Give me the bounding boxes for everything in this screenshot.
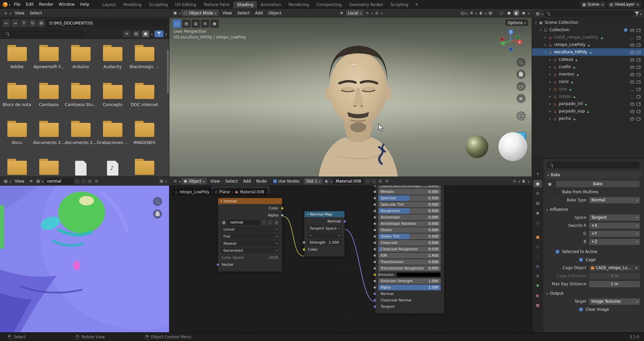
shader-input-row[interactable]: Clearcoat Normal [378, 297, 441, 303]
disable-in-renders-camera-icon[interactable] [636, 72, 641, 77]
pin-icon[interactable] [94, 178, 100, 184]
hamburger-menu-icon[interactable] [28, 178, 34, 184]
shading-settings-chevron-icon[interactable] [528, 11, 529, 15]
directory-path-field[interactable]: D:\MIS_DOCUMENTOS\ [46, 19, 167, 27]
emission-color-swatch[interactable] [397, 273, 441, 277]
workspace-tab[interactable]: Geometry Nodes [345, 1, 387, 9]
folder-item[interactable]: Apowersoft F... [33, 47, 65, 85]
back-button[interactable] [3, 19, 10, 27]
swizzle-b-dropdown[interactable]: +Z [589, 239, 640, 245]
zoom-icon[interactable] [153, 197, 162, 206]
expand-arrow-icon[interactable]: ▸ [547, 65, 552, 68]
colorspace-value[interactable]: sRGB [269, 255, 278, 260]
new-material-icon[interactable] [371, 179, 377, 184]
world-globe-icon[interactable] [517, 111, 526, 120]
workspace-tab[interactable]: Layout [99, 1, 120, 9]
vector-input-socket[interactable] [216, 263, 219, 266]
browse-image-icon[interactable] [221, 220, 226, 225]
outliner-row[interactable]: ▸ cabeza [532, 56, 644, 63]
orthographic-grid-icon[interactable] [517, 94, 526, 103]
browse-material-icon[interactable]: ◐ [324, 178, 330, 184]
properties-tab[interactable] [533, 243, 542, 250]
image-name-field[interactable]: normal [227, 220, 260, 225]
proportional-editing-icon[interactable] [374, 10, 380, 16]
hide-in-viewport-eye-icon[interactable] [630, 57, 635, 62]
shader-input-row[interactable]: Sheen 0.000 [378, 227, 441, 233]
forward-button[interactable] [11, 19, 19, 27]
remove-viewlayer-icon[interactable] [636, 3, 639, 6]
outliner-item-name[interactable]: CAGE_retopo_LowPoly [554, 35, 599, 40]
outliner-filter-icon[interactable] [635, 12, 639, 15]
hide-in-viewport-eye-icon[interactable] [630, 94, 635, 99]
shader-input-row[interactable]: Emission [378, 272, 441, 278]
expand-arrow-icon[interactable]: ▸ [547, 117, 552, 120]
input-socket[interactable] [373, 299, 376, 302]
folder-item[interactable]: Grabaciones ... [97, 123, 128, 161]
navigation-gizmo[interactable]: Z X [498, 28, 523, 53]
input-socket[interactable] [373, 235, 376, 238]
toggle-xray-icon[interactable]: ▥ [487, 10, 493, 16]
normal-output-socket[interactable] [343, 220, 346, 223]
max-ray-distance-field[interactable]: 1 m [589, 281, 640, 287]
show-object-types-icon[interactable] [460, 11, 465, 15]
collapse-node-icon[interactable]: ▾ [307, 213, 308, 216]
cage-object-field[interactable]: CAGE_retopo_Lo... [589, 265, 640, 271]
hide-in-viewport-eye-icon[interactable] [630, 116, 635, 121]
bake-type-dropdown[interactable]: Normal [589, 197, 640, 203]
disable-in-renders-camera-icon[interactable] [636, 43, 641, 47]
input-socket[interactable] [373, 241, 376, 244]
measure-tool-button[interactable]: ▦ [210, 19, 219, 28]
zoom-icon[interactable] [517, 58, 526, 67]
disable-in-renders-camera-icon[interactable] [636, 116, 641, 121]
expand-arrow-icon[interactable]: ▸ [547, 88, 552, 91]
properties-search-input[interactable] [547, 161, 640, 168]
shader-input-row[interactable]: Tangent [378, 304, 441, 309]
workspace-tab[interactable]: Scripting [387, 1, 412, 9]
hide-in-viewport-eye-icon[interactable] [630, 87, 635, 91]
pin-icon[interactable] [384, 178, 390, 184]
outliner-item-name[interactable]: ojos [559, 87, 567, 91]
image-editor-icon[interactable] [3, 178, 9, 184]
folder-item[interactable]: Camtasia Stu... [65, 85, 97, 123]
wireframe-shading-button[interactable]: ○ [498, 10, 505, 16]
input-socket[interactable] [373, 286, 376, 289]
hide-in-viewport-eye-icon[interactable] [630, 43, 635, 47]
file-item[interactable] [1, 161, 33, 177]
shader-input-row[interactable]: Anisotropic Rotation 0.000 [378, 221, 441, 227]
mode-dropdown[interactable]: ▢ Object Mode [181, 10, 219, 16]
outliner-item-name[interactable]: retopo_LowPoly [554, 42, 585, 47]
file-search-input[interactable] [3, 30, 85, 37]
input-socket[interactable] [373, 280, 376, 283]
unlink-image-icon[interactable] [87, 179, 93, 184]
space-dropdown[interactable]: Tangent [589, 214, 640, 221]
input-socket[interactable] [373, 260, 376, 263]
unlink-material-icon[interactable] [378, 179, 383, 184]
vertical-list-display-button[interactable] [123, 31, 130, 37]
folder-item[interactable]: DOC internet [128, 85, 160, 123]
input-socket[interactable] [373, 305, 376, 308]
file-item[interactable] [128, 161, 160, 177]
properties-tab[interactable] [533, 253, 542, 260]
collapse-node-icon[interactable]: ▾ [221, 200, 222, 203]
horizontal-list-display-button[interactable] [132, 31, 140, 37]
add-workspace-button[interactable]: + [413, 1, 421, 8]
expand-arrow-icon[interactable]: ▸ [543, 36, 548, 39]
thumbnail-display-button[interactable] [142, 31, 149, 37]
shader-editor-menu[interactable]: Add [240, 178, 254, 185]
snap-magnet-icon[interactable] [512, 178, 518, 184]
folder-item[interactable]: Adobe [1, 47, 33, 85]
hide-in-viewport-eye-icon[interactable] [630, 72, 635, 77]
expand-arrow-icon[interactable]: ▸ [543, 43, 548, 46]
file-item[interactable] [33, 161, 65, 177]
scene-selector[interactable]: Scene [580, 1, 606, 8]
3d-viewport[interactable]: ▢ Object Mode ViewSelectAddObject Local … [169, 9, 532, 177]
properties-tab[interactable] [533, 170, 542, 178]
color-output-socket[interactable] [281, 207, 284, 210]
input-socket[interactable] [373, 229, 376, 232]
properties-tab[interactable] [533, 180, 542, 187]
normal-map-node[interactable]: ▾ Normal Map Normal Tangent Space • Stre… [304, 211, 345, 257]
swizzle-g-dropdown[interactable]: +Y [589, 231, 640, 237]
shader-input-row[interactable]: Metallic 0.000 [378, 189, 441, 195]
workspace-tab[interactable]: Rendering [285, 1, 313, 9]
input-socket[interactable] [373, 267, 376, 270]
